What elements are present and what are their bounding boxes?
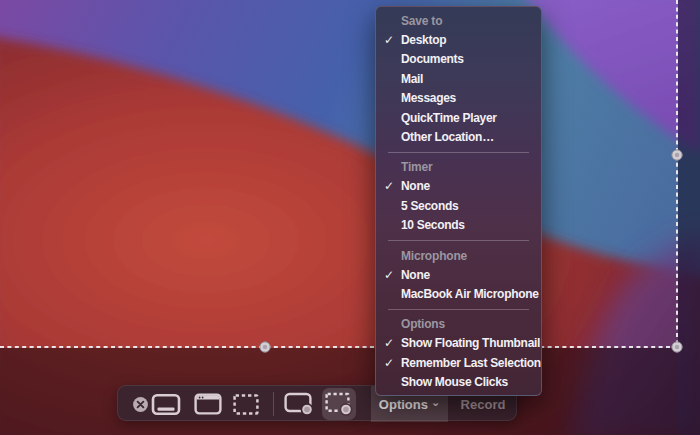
capture-selected-window-icon (194, 393, 222, 415)
record-entire-screen-icon (284, 392, 314, 416)
checkmark-icon: ✓ (384, 31, 398, 50)
menu-item-label: MacBook Air Microphone (401, 285, 539, 304)
menu-section-header: Timer (376, 157, 541, 177)
menu-item-label: Documents (401, 50, 464, 69)
menu-item-label: 5 Seconds (401, 197, 458, 216)
menu-item[interactable]: ✓None (376, 266, 541, 285)
menu-section-header: Options (376, 314, 541, 334)
menu-item-label: Messages (401, 89, 456, 108)
record-entire-screen-button[interactable] (279, 386, 319, 422)
menu-section-header: Save to (376, 11, 541, 31)
capture-selected-portion-icon (233, 394, 259, 415)
record-button-label: Record (461, 397, 506, 412)
menu-item-label: None (401, 266, 430, 285)
record-selected-portion-icon (325, 392, 353, 416)
capture-selected-portion-button[interactable] (226, 386, 266, 422)
capture-selected-window-button[interactable] (188, 386, 228, 422)
menu-item[interactable]: ✓None (376, 177, 541, 196)
menu-separator (388, 240, 529, 241)
options-dropdown-menu: Save to✓Desktop✓Documents✓Mail✓Messages✓… (375, 6, 542, 396)
menu-separator (388, 152, 529, 153)
menu-item[interactable]: ✓Other Location… (376, 128, 541, 147)
menu-item[interactable]: ✓Desktop (376, 31, 541, 50)
checkmark-icon: ✓ (384, 334, 398, 353)
checkmark-icon: ✓ (384, 354, 398, 373)
menu-item[interactable]: ✓Documents (376, 50, 541, 69)
toolbar-divider (273, 392, 274, 416)
menu-item-label: QuickTime Player (401, 109, 497, 128)
menu-item-label: Show Floating Thumbnail (401, 334, 540, 353)
menu-item[interactable]: ✓Remember Last Selection (376, 354, 541, 373)
menu-item-label: Other Location… (401, 128, 494, 147)
menu-item-label: Remember Last Selection (401, 354, 541, 373)
chevron-down-icon: ⌄ (431, 396, 440, 409)
record-selected-portion-button[interactable] (322, 386, 356, 422)
dim-overlay-right (678, 0, 700, 435)
menu-section-header: Microphone (376, 246, 541, 266)
menu-item[interactable]: ✓5 Seconds (376, 197, 541, 216)
menu-separator (388, 309, 529, 310)
screenshot-app-screen: Options ⌄ Record Save to✓Desktop✓Documen… (0, 0, 700, 435)
menu-item-label: None (401, 177, 430, 196)
menu-item-label: Desktop (401, 31, 446, 50)
menu-item-label: 10 Seconds (401, 216, 465, 235)
menu-item[interactable]: ✓Mail (376, 70, 541, 89)
menu-item-label: Mail (401, 70, 423, 89)
capture-entire-screen-icon (151, 393, 181, 416)
menu-item-label: Show Mouse Clicks (401, 373, 508, 392)
menu-item[interactable]: ✓Show Floating Thumbnail (376, 334, 541, 353)
menu-item[interactable]: ✓Show Mouse Clicks (376, 373, 541, 392)
checkmark-icon: ✓ (384, 177, 398, 196)
menu-item[interactable]: ✓MacBook Air Microphone (376, 285, 541, 304)
checkmark-icon: ✓ (384, 266, 398, 285)
capture-entire-screen-button[interactable] (144, 386, 188, 422)
menu-item[interactable]: ✓10 Seconds (376, 216, 541, 235)
options-button-label: Options (379, 397, 428, 412)
menu-item[interactable]: ✓Messages (376, 89, 541, 108)
menu-item[interactable]: ✓QuickTime Player (376, 109, 541, 128)
